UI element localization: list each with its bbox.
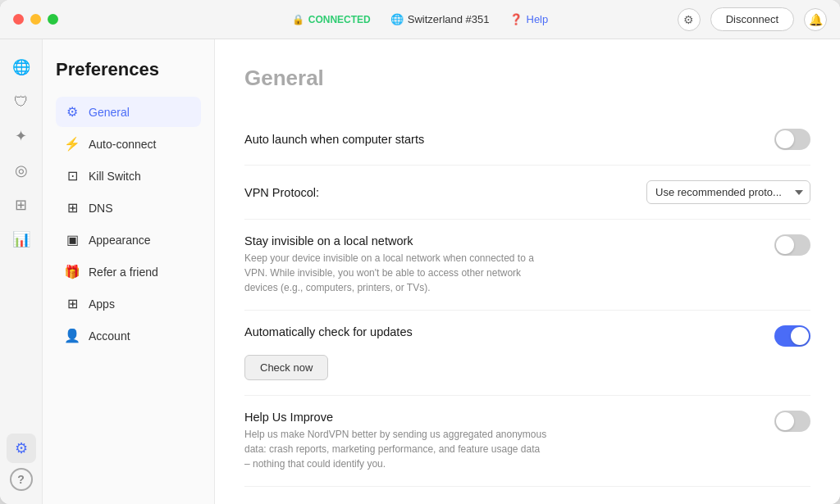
window-controls	[13, 14, 58, 25]
titlebar-center: 🔒 CONNECTED 🌐 Switzerland #351 ❓ Help	[292, 13, 549, 25]
nav-icon-settings[interactable]: ⚙	[7, 434, 36, 463]
nav-label-appearance: Appearance	[89, 234, 151, 247]
main-layout: 🌐 🛡 ✦ ◎ ⊞ 📊 ⚙ ? Preferences ⚙ General ⚡ …	[0, 39, 840, 504]
auto-connect-icon: ⚡	[64, 136, 80, 152]
disconnect-button[interactable]: Disconnect	[710, 7, 794, 31]
settings-small-icon: ⚙	[683, 13, 694, 26]
toggle-knob-invisible	[776, 236, 794, 254]
titlebar: 🔒 CONNECTED 🌐 Switzerland #351 ❓ Help ⚙ …	[0, 0, 840, 39]
sidebar-item-appearance[interactable]: ▣ Appearance	[56, 225, 201, 255]
appearance-icon: ▣	[64, 232, 80, 247]
help-improve-top: Help Us Improve Help us make NordVPN bet…	[244, 411, 810, 471]
nav-label-auto-connect: Auto-connect	[89, 138, 157, 151]
sidebar-item-dns[interactable]: ⊞ DNS	[56, 193, 201, 223]
server-name: Switzerland #351	[408, 13, 490, 25]
app-window: 🔒 CONNECTED 🌐 Switzerland #351 ❓ Help ⚙ …	[0, 0, 840, 504]
setting-help-improve: Help Us Improve Help us make NordVPN bet…	[244, 396, 810, 487]
nav-icon-layers[interactable]: ⊞	[7, 190, 36, 220]
help-improve-group: Help Us Improve Help us make NordVPN bet…	[244, 411, 761, 471]
nav-label-refer: Refer a friend	[89, 266, 158, 279]
toggle-knob	[776, 130, 794, 148]
toggle-knob-update	[791, 327, 809, 345]
help-improve-label: Help Us Improve	[244, 411, 761, 424]
setting-vpn-protocol: VPN Protocol: Use recommended proto... O…	[244, 166, 810, 220]
sidebar-item-apps[interactable]: ⊞ Apps	[56, 288, 201, 319]
icon-sidebar-bottom: ⚙ ?	[7, 434, 36, 491]
stay-invisible-group: Stay invisible on a local network Keep y…	[244, 234, 761, 295]
sidebar-item-account[interactable]: 👤 Account	[56, 320, 201, 351]
maximize-button[interactable]	[48, 14, 58, 25]
refer-icon: 🎁	[64, 264, 80, 279]
sidebar-item-kill-switch[interactable]: ⊡ Kill Switch	[56, 161, 201, 191]
nav-icon-chart[interactable]: 📊	[7, 225, 36, 254]
stay-invisible-top: Stay invisible on a local network Keep y…	[244, 234, 810, 295]
help-improve-toggle[interactable]	[774, 411, 810, 432]
connection-status[interactable]: 🔒 CONNECTED	[292, 14, 371, 25]
server-info[interactable]: 🌐 Switzerland #351	[390, 13, 490, 25]
nav-label-general: General	[89, 106, 130, 119]
stay-invisible-description: Keep your device invisible on a local ne…	[244, 251, 548, 295]
sidebar-item-auto-connect[interactable]: ⚡ Auto-connect	[56, 129, 201, 159]
content-title: General	[244, 66, 810, 91]
nav-icon-target[interactable]: ◎	[7, 156, 36, 185]
kill-switch-icon: ⊡	[64, 168, 80, 184]
vpn-protocol-select[interactable]: Use recommended proto... OpenVPN UDP Ope…	[646, 180, 810, 204]
close-button[interactable]	[13, 14, 24, 25]
help-circle-icon: ❓	[509, 13, 523, 25]
nav-label-dns: DNS	[89, 202, 113, 215]
nav-title: Preferences	[56, 59, 201, 80]
setting-stay-invisible: Stay invisible on a local network Keep y…	[244, 220, 810, 311]
content-area: General Auto launch when computer starts…	[215, 39, 840, 504]
notification-button[interactable]: 🔔	[804, 8, 827, 31]
vpn-protocol-label: VPN Protocol:	[244, 186, 319, 199]
nav-icon-globe[interactable]: 🌐	[7, 52, 36, 82]
setting-auto-launch: Auto launch when computer starts	[244, 114, 810, 166]
auto-update-group: Automatically check for updates	[244, 325, 761, 338]
status-label: CONNECTED	[308, 14, 371, 25]
nav-sidebar: Preferences ⚙ General ⚡ Auto-connect ⊡ K…	[43, 39, 215, 504]
globe-small-icon: 🌐	[390, 13, 404, 25]
nav-icon-pin[interactable]: ✦	[7, 121, 36, 151]
help-improve-description: Help us make NordVPN better by sending u…	[244, 427, 548, 471]
auto-update-label: Automatically check for updates	[244, 325, 761, 338]
icon-sidebar-top: 🌐 🛡 ✦ ◎ ⊞ 📊	[7, 52, 36, 429]
account-icon: 👤	[64, 328, 80, 343]
lock-icon: 🔒	[292, 14, 304, 25]
titlebar-right: ⚙ Disconnect 🔔	[678, 7, 827, 31]
help-link[interactable]: ❓ Help	[509, 13, 549, 25]
nav-label-kill-switch: Kill Switch	[89, 170, 141, 183]
auto-update-toggle[interactable]	[774, 325, 810, 347]
apps-icon: ⊞	[64, 296, 80, 311]
nav-icon-shield[interactable]: 🛡	[7, 87, 36, 116]
bell-icon: 🔔	[809, 13, 823, 26]
nav-icon-help[interactable]: ?	[10, 468, 33, 491]
minimize-button[interactable]	[30, 14, 41, 25]
nav-label-account: Account	[89, 329, 130, 343]
stay-invisible-label: Stay invisible on a local network	[244, 234, 761, 247]
sidebar-item-refer-a-friend[interactable]: 🎁 Refer a friend	[56, 257, 201, 287]
stay-invisible-toggle[interactable]	[774, 234, 810, 256]
auto-launch-toggle[interactable]	[774, 129, 810, 150]
sidebar-item-general[interactable]: ⚙ General	[56, 97, 201, 127]
check-now-button[interactable]: Check now	[244, 355, 328, 380]
icon-sidebar: 🌐 🛡 ✦ ◎ ⊞ 📊 ⚙ ?	[0, 39, 43, 504]
auto-launch-label: Auto launch when computer starts	[244, 133, 424, 146]
gear-icon: ⚙	[64, 104, 80, 120]
toggle-knob-improve	[776, 412, 794, 430]
help-label: Help	[527, 13, 549, 25]
setting-auto-update: Automatically check for updates Check no…	[244, 311, 810, 396]
titlebar-settings-button[interactable]: ⚙	[678, 8, 701, 31]
auto-update-top: Automatically check for updates	[244, 325, 810, 347]
dns-icon: ⊞	[64, 200, 80, 216]
nav-label-apps: Apps	[89, 297, 115, 311]
